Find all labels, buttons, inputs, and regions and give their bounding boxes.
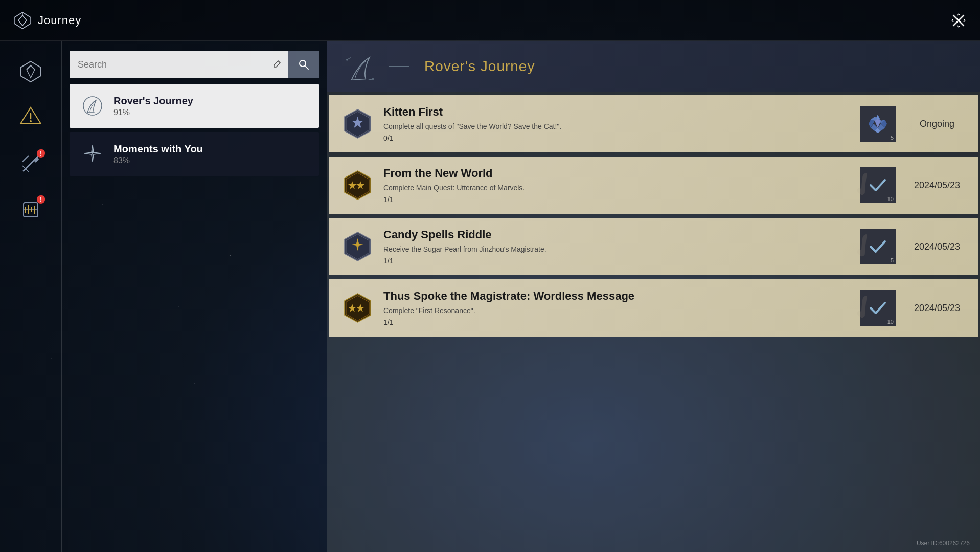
journey-item-rovers-journey[interactable]: Rover's Journey 91%: [70, 84, 319, 128]
combat-icon: [18, 151, 43, 176]
quest-title-candy: Candy Spells Riddle: [383, 228, 849, 241]
quest-desc-candy: Receive the Sugar Pearl from Jinzhou's M…: [383, 245, 849, 255]
close-icon: [951, 13, 966, 28]
reward-box-kitten: 5: [860, 106, 896, 142]
quest-item-new-world[interactable]: From the New World Complete Main Quest: …: [329, 157, 978, 214]
alert-icon: [18, 105, 43, 130]
reward-count-kitten: 5: [891, 135, 894, 141]
quest-status-magistrate: 2024/05/23: [906, 303, 968, 314]
quest-reward-candy: 5: [857, 226, 898, 267]
app-title: Journey: [38, 14, 81, 27]
quest-item-kitten-first[interactable]: Kitten First Complete all quests of "Sav…: [329, 95, 978, 152]
journey-icon-moments: [79, 140, 106, 168]
quest-status-new-world: 2024/05/23: [906, 180, 968, 191]
quest-desc-magistrate: Complete "First Resonance".: [383, 306, 849, 316]
frequency-icon: [18, 197, 43, 222]
svg-line-9: [22, 156, 29, 162]
search-edit-button[interactable]: [266, 51, 288, 78]
reward-count-new-world: 10: [887, 196, 894, 202]
quest-reward-magistrate: 10: [857, 288, 898, 328]
reward-box-new-world: 10: [860, 167, 896, 203]
sidebar-item-frequency[interactable]: !: [15, 194, 46, 225]
quest-status-kitten: Ongoing: [906, 119, 968, 129]
kitten-badge-icon: [341, 107, 374, 141]
quest-desc-kitten: Complete all quests of "Save the World? …: [383, 122, 849, 132]
svg-line-17: [278, 61, 280, 63]
badge-combat: !: [38, 149, 45, 157]
sidebar-item-combat[interactable]: !: [15, 148, 46, 179]
quest-badge-candy: [339, 229, 375, 264]
content-header: Rover's Journey: [327, 41, 980, 92]
sidebar-item-map[interactable]: [15, 56, 46, 87]
app-header: Journey: [0, 0, 980, 41]
reward-count-magistrate: 10: [887, 319, 894, 325]
logo-icon: [12, 10, 33, 31]
quest-title-new-world: From the New World: [383, 167, 849, 180]
moments-icon: [80, 141, 105, 167]
reward-box-candy: 5: [860, 229, 896, 264]
journey-item-moments[interactable]: Moments with You 83%: [70, 132, 319, 176]
quest-item-candy[interactable]: Candy Spells Riddle Receive the Sugar Pe…: [329, 218, 978, 275]
new-world-badge-icon: [341, 169, 374, 202]
journey-percent-moments: 83%: [113, 156, 203, 165]
quest-title-kitten: Kitten First: [383, 105, 849, 119]
quest-status-candy: 2024/05/23: [906, 241, 968, 252]
rovers-journey-header-icon: [343, 46, 378, 87]
svg-point-18: [300, 60, 306, 67]
svg-point-24: [346, 59, 348, 61]
search-input[interactable]: [70, 51, 266, 78]
content-header-icon: [343, 49, 378, 84]
sidebar-item-alert[interactable]: [15, 102, 46, 133]
journey-name-rovers: Rover's Journey: [113, 95, 193, 107]
reward-count-candy: 5: [891, 257, 894, 263]
quest-badge-new-world: [339, 167, 375, 203]
decorative-line: [389, 66, 409, 67]
journey-info-rovers: Rover's Journey 91%: [113, 95, 193, 117]
quest-info-kitten: Kitten First Complete all quests of "Sav…: [383, 105, 849, 142]
reward-box-magistrate: 10: [860, 290, 896, 326]
journey-name-moments: Moments with You: [113, 143, 203, 155]
quest-title-magistrate: Thus Spoke the Magistrate: Wordless Mess…: [383, 290, 849, 303]
journey-percent-rovers: 91%: [113, 108, 193, 117]
quests-container: Kitten First Complete all quests of "Sav…: [327, 92, 980, 552]
quest-reward-kitten: 5: [857, 103, 898, 144]
candy-badge-icon: [341, 230, 374, 263]
sidebar: ! !: [0, 41, 61, 552]
logo-area: Journey: [12, 10, 81, 31]
check-reward-icon-3: [867, 297, 889, 319]
journey-icon-rovers: [79, 92, 106, 120]
search-icon: [298, 59, 309, 70]
check-reward-icon: [867, 174, 889, 196]
check-reward-icon-2: [867, 235, 889, 258]
badge-frequency: !: [38, 195, 45, 203]
edit-icon: [273, 60, 282, 69]
svg-marker-4: [20, 61, 41, 82]
svg-point-7: [30, 120, 32, 122]
quest-item-magistrate[interactable]: Thus Spoke the Magistrate: Wordless Mess…: [329, 279, 978, 337]
quest-progress-magistrate: 1/1: [383, 318, 849, 326]
quest-info-candy: Candy Spells Riddle Receive the Sugar Pe…: [383, 228, 849, 265]
journey-list: Rover's Journey 91% Moments with You 83%: [70, 84, 319, 176]
svg-point-25: [372, 78, 374, 80]
search-bar: [70, 51, 319, 78]
quest-desc-new-world: Complete Main Quest: Utterance of Marvel…: [383, 183, 849, 193]
svg-line-19: [305, 66, 308, 69]
close-button[interactable]: [949, 11, 968, 30]
quest-progress-new-world: 1/1: [383, 195, 849, 204]
content-title: Rover's Journey: [424, 58, 535, 75]
journey-panel: Rover's Journey 91% Moments with You 83%: [61, 41, 327, 552]
journey-info-moments: Moments with You 83%: [113, 143, 203, 165]
quest-badge-kitten: [339, 106, 375, 142]
quest-progress-kitten: 0/1: [383, 134, 849, 142]
star-crystal-icon: [867, 113, 889, 135]
quest-info-magistrate: Thus Spoke the Magistrate: Wordless Mess…: [383, 290, 849, 326]
magistrate-badge-icon: [341, 292, 374, 325]
rovers-journey-icon: [80, 93, 105, 119]
quest-progress-candy: 1/1: [383, 257, 849, 265]
search-submit-button[interactable]: [288, 51, 319, 78]
quest-reward-new-world: 10: [857, 165, 898, 206]
quest-info-new-world: From the New World Complete Main Quest: …: [383, 167, 849, 204]
map-icon: [18, 59, 43, 84]
main-content: Rover's Journey Kitten First Complete al…: [327, 41, 980, 552]
quest-badge-magistrate: [339, 290, 375, 326]
